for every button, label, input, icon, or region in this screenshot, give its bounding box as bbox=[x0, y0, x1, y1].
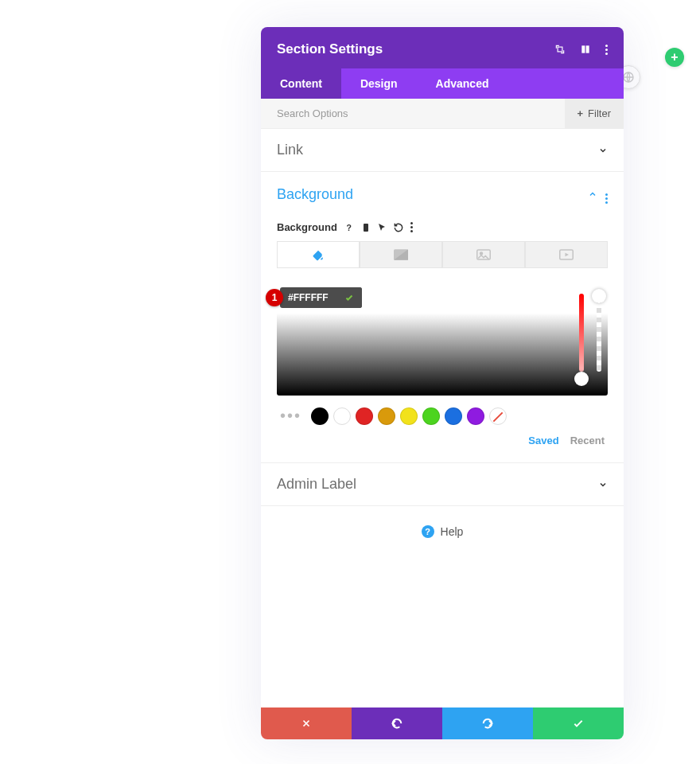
swatch-black[interactable] bbox=[311, 407, 329, 425]
tab-content[interactable]: Content bbox=[261, 68, 341, 99]
reset-icon[interactable] bbox=[393, 222, 404, 233]
undo-button[interactable] bbox=[352, 707, 442, 739]
expand-icon[interactable] bbox=[554, 44, 566, 55]
step-marker-badge: 1 bbox=[266, 289, 283, 306]
hue-slider[interactable] bbox=[579, 294, 584, 372]
tab-advanced[interactable]: Advanced bbox=[417, 68, 508, 99]
hue-handle[interactable] bbox=[574, 372, 589, 386]
settings-panel: Section Settings Content Design Advanced… bbox=[261, 27, 624, 739]
help-icon: ? bbox=[422, 525, 434, 538]
svg-rect-1 bbox=[558, 47, 562, 52]
filter-button[interactable]: + Filter bbox=[565, 99, 624, 128]
section-background-toggle[interactable]: Background bbox=[261, 172, 624, 216]
svg-point-8 bbox=[480, 252, 483, 255]
help-label: Help bbox=[441, 525, 464, 538]
alpha-slider[interactable] bbox=[597, 294, 601, 372]
section-background: Background Background ? bbox=[261, 172, 624, 463]
swatches-row: ••• bbox=[277, 407, 608, 425]
hex-pill: #FFFFFF bbox=[280, 287, 362, 308]
swatch-blue[interactable] bbox=[445, 407, 462, 425]
hex-badge-row: 1 #FFFFFF bbox=[266, 287, 362, 308]
background-field-label: Background bbox=[277, 221, 337, 233]
columns-icon[interactable] bbox=[580, 44, 591, 55]
swatch-white[interactable] bbox=[333, 407, 351, 425]
color-picker-area[interactable]: 1 #FFFFFF bbox=[277, 278, 608, 396]
phone-icon[interactable] bbox=[361, 222, 371, 233]
section-background-title: Background bbox=[277, 186, 353, 203]
filter-label: Filter bbox=[588, 107, 611, 119]
svg-rect-2 bbox=[581, 45, 585, 53]
search-input[interactable] bbox=[261, 99, 565, 128]
svg-rect-5 bbox=[364, 224, 368, 232]
swatches-more-icon[interactable]: ••• bbox=[280, 407, 301, 425]
bg-tab-video[interactable] bbox=[525, 241, 608, 268]
saved-tab[interactable]: Saved bbox=[528, 435, 558, 446]
help-row[interactable]: ? Help bbox=[261, 506, 624, 557]
panel-header: Section Settings bbox=[261, 27, 624, 68]
section-admin-label-toggle[interactable]: Admin Label bbox=[261, 463, 624, 505]
main-tabs: Content Design Advanced bbox=[261, 68, 624, 99]
swatch-purple[interactable] bbox=[467, 407, 484, 425]
plus-icon: + bbox=[578, 107, 584, 119]
section-link-toggle[interactable]: Link bbox=[261, 129, 624, 171]
saved-recent-tabs: Saved Recent bbox=[277, 435, 608, 446]
recent-tab[interactable]: Recent bbox=[570, 435, 605, 446]
swatch-orange[interactable] bbox=[378, 407, 395, 425]
section-link-title: Link bbox=[277, 142, 303, 158]
svg-rect-3 bbox=[586, 45, 589, 53]
bg-tab-image[interactable] bbox=[442, 241, 525, 268]
chevron-down-icon bbox=[598, 480, 608, 489]
section-kebab-icon[interactable] bbox=[605, 185, 608, 204]
search-row: + Filter bbox=[261, 99, 624, 129]
panel-footer bbox=[261, 707, 624, 739]
cursor-icon[interactable] bbox=[377, 222, 387, 233]
tab-design[interactable]: Design bbox=[341, 68, 417, 99]
field-kebab-icon[interactable] bbox=[410, 222, 413, 232]
background-field-row: Background ? bbox=[277, 221, 608, 233]
hex-confirm-button[interactable] bbox=[336, 287, 362, 308]
alpha-handle[interactable] bbox=[592, 289, 606, 303]
swatch-none[interactable] bbox=[489, 407, 507, 425]
add-fab-button[interactable]: + bbox=[665, 48, 684, 67]
redo-button[interactable] bbox=[442, 707, 533, 739]
bg-tab-color[interactable] bbox=[277, 241, 360, 268]
panel-title: Section Settings bbox=[277, 41, 383, 57]
hex-input[interactable]: #FFFFFF bbox=[280, 292, 336, 303]
swatch-red[interactable] bbox=[356, 407, 373, 425]
section-admin-label: Admin Label bbox=[261, 463, 624, 506]
section-link: Link bbox=[261, 129, 624, 172]
chevron-down-icon bbox=[598, 146, 608, 155]
cancel-button[interactable] bbox=[261, 707, 352, 739]
svg-text:?: ? bbox=[346, 222, 351, 232]
header-icon-group bbox=[554, 44, 608, 55]
chevron-up-icon bbox=[588, 189, 597, 199]
help-question-icon[interactable]: ? bbox=[344, 222, 355, 233]
swatch-yellow[interactable] bbox=[400, 407, 418, 425]
section-background-body: Background ? bbox=[261, 221, 624, 462]
swatch-green[interactable] bbox=[422, 407, 440, 425]
header-kebab-icon[interactable] bbox=[605, 45, 608, 55]
background-type-tabs bbox=[277, 241, 608, 268]
section-admin-label-title: Admin Label bbox=[277, 476, 356, 493]
save-button[interactable] bbox=[533, 707, 624, 739]
bg-tab-gradient[interactable] bbox=[360, 241, 442, 268]
